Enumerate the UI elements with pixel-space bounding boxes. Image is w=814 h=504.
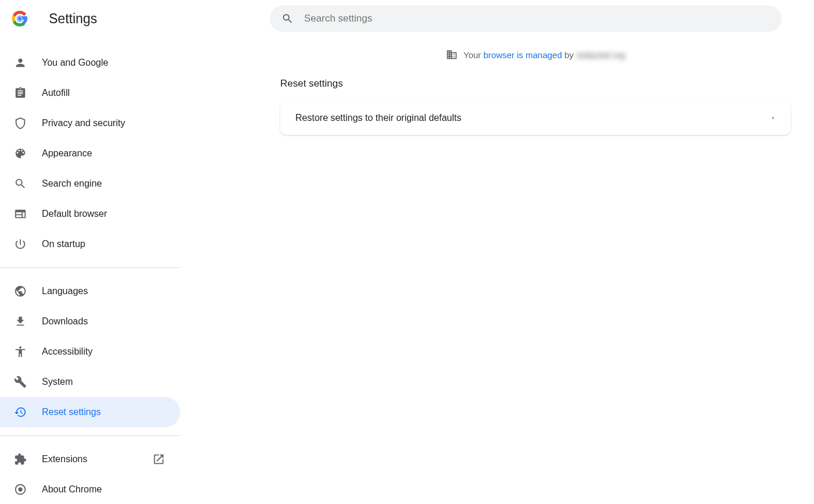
sidebar-item-you-and-google[interactable]: You and Google [0, 48, 180, 78]
reset-card: Restore settings to their original defau… [280, 101, 791, 135]
header: Settings [0, 0, 814, 37]
search-icon [281, 12, 294, 25]
sidebar-item-label: Privacy and security [42, 118, 125, 128]
sidebar-item-autofill[interactable]: Autofill [0, 78, 180, 108]
managed-prefix: Your [463, 50, 483, 60]
extension-icon [14, 453, 27, 466]
sidebar-item-label: You and Google [42, 58, 108, 68]
sidebar-item-search-engine[interactable]: Search engine [0, 169, 180, 199]
search-box[interactable] [270, 5, 781, 32]
autofill-icon [14, 87, 27, 99]
sidebar-item-label: About Chrome [42, 484, 102, 495]
sidebar-divider [0, 435, 180, 436]
sidebar-item-accessibility[interactable]: Accessibility [0, 337, 180, 367]
globe-icon [14, 285, 27, 298]
sidebar-item-label: Autofill [42, 88, 70, 98]
chevron-right-icon [771, 115, 776, 121]
page-title: Settings [49, 11, 270, 27]
sidebar-item-label: Downloads [42, 316, 88, 327]
sidebar-divider [0, 267, 180, 268]
sidebar-item-reset-settings[interactable]: Reset settings [0, 397, 180, 427]
content: You and Google Autofill Privacy and secu… [0, 37, 814, 504]
search-icon [14, 177, 27, 190]
reset-icon [14, 406, 27, 419]
palette-icon [14, 147, 27, 160]
section-title: Reset settings [280, 78, 791, 90]
accessibility-icon [14, 345, 27, 358]
sidebar-item-label: Default browser [42, 209, 107, 219]
chrome-logo-icon [12, 10, 28, 27]
sidebar-item-system[interactable]: System [0, 367, 180, 397]
sidebar-item-appearance[interactable]: Appearance [0, 138, 180, 169]
card-item-label: Restore settings to their original defau… [295, 113, 461, 123]
sidebar-item-languages[interactable]: Languages [0, 276, 180, 306]
search-input[interactable] [304, 13, 770, 24]
managed-text: Your browser is managed by redacted org [463, 50, 625, 60]
managed-org: redacted org [576, 50, 625, 60]
sidebar-item-on-startup[interactable]: On startup [0, 229, 180, 259]
sidebar-item-default-browser[interactable]: Default browser [0, 199, 180, 229]
download-icon [14, 315, 27, 328]
person-icon [14, 56, 27, 69]
chrome-icon [14, 483, 27, 496]
managed-notice: Your browser is managed by redacted org [280, 49, 791, 60]
sidebar-item-label: Accessibility [42, 346, 92, 357]
power-icon [14, 238, 27, 251]
sidebar-item-about-chrome[interactable]: About Chrome [0, 474, 180, 504]
managed-suffix: by [562, 50, 576, 60]
wrench-icon [14, 376, 27, 388]
sidebar: You and Google Autofill Privacy and secu… [0, 37, 180, 504]
main: Your browser is managed by redacted org … [180, 37, 814, 504]
sidebar-item-label: Search engine [42, 178, 102, 189]
sidebar-item-label: Extensions [42, 454, 87, 464]
sidebar-item-privacy[interactable]: Privacy and security [0, 108, 180, 138]
sidebar-item-label: On startup [42, 239, 85, 249]
organization-icon [446, 49, 458, 60]
sidebar-item-downloads[interactable]: Downloads [0, 306, 180, 337]
sidebar-item-label: Reset settings [42, 407, 101, 417]
svg-point-3 [18, 17, 22, 20]
sidebar-item-label: System [42, 377, 73, 387]
search-container [270, 5, 781, 32]
restore-defaults-item[interactable]: Restore settings to their original defau… [280, 101, 791, 135]
managed-link[interactable]: browser is managed [483, 50, 562, 60]
sidebar-item-label: Appearance [42, 148, 92, 159]
sidebar-item-extensions[interactable]: Extensions [0, 444, 180, 474]
sidebar-item-label: Languages [42, 286, 88, 296]
browser-icon [14, 208, 27, 220]
shield-icon [14, 117, 27, 130]
open-external-icon [152, 453, 165, 466]
